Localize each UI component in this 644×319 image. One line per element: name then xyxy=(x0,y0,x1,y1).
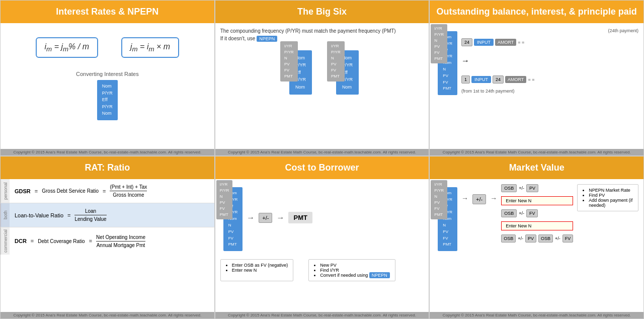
mv-plus-minus[interactable]: +/- xyxy=(472,194,486,204)
mv-bullet-2: Find PV xyxy=(589,193,633,198)
btn-24-top[interactable]: 24 xyxy=(461,38,472,46)
dcr-row: DCR = Debt Coverage Ratio = Net Operatin… xyxy=(10,227,214,255)
panel4-copyright: Copyright © 2015 Ana's Real Estate Math … xyxy=(1,312,214,318)
panel3-title: Outstanding balance, interest, & princip… xyxy=(437,7,637,17)
panel-market: Market Value I/YRP/YRNPVFVPMT NomP/YREff… xyxy=(429,156,644,319)
panel5-copyright: Copyright © 2015 Ana's Real Estate Math … xyxy=(215,312,429,318)
mv-gray-calc: I/YRP/YRNPVFVPMT xyxy=(431,180,447,219)
ltv-fraction: Loan Lending Value xyxy=(74,208,106,222)
pmt-box: PMT xyxy=(288,212,312,223)
mv-arrow: → xyxy=(461,194,468,202)
btn-osb-1[interactable]: OSB xyxy=(501,184,517,192)
panel2-body: The compounding frequency (P/YR) must ma… xyxy=(215,23,429,149)
panel1-header: Interest Rates & NPEPN xyxy=(1,1,214,23)
cost-bullets-2: New PV Find I/YR Convert if needed using… xyxy=(308,259,395,281)
plus-minus-btn[interactable]: +/- xyxy=(259,213,272,223)
btn-fv-2[interactable]: FV xyxy=(562,234,574,243)
btn-pv-1[interactable]: PV xyxy=(526,184,538,192)
panel5-title: Cost to Borrower xyxy=(285,163,359,173)
panel4-header: RAT: Ratio xyxy=(1,156,214,179)
mv-calc-stack: I/YRP/YRNPVFVPMT NomP/YREffP/YRNomNPVFVP… xyxy=(435,184,457,251)
bullet-n: Enter new N xyxy=(232,268,288,273)
panel3-body: I/YRP/YRNPVFVPMT NomP/YREffP/YRNomNPVFVP… xyxy=(430,23,643,149)
panel-big-six: The Big Six The compounding frequency (P… xyxy=(215,0,430,156)
panel1-title: Interest Rates & NPEPN xyxy=(56,7,158,17)
both-label: both xyxy=(1,203,10,227)
converting-label: Converting Interest Rates xyxy=(6,71,209,77)
ltv-row: Loan-to-Value Ratio = Loan Lending Value xyxy=(10,203,214,227)
mv-right-boxes: OSB +/- PV Enter New N OSB +/- FV Enter … xyxy=(501,184,573,243)
panel5-body: I/YRP/YRNPVFVPMT NomP/YREffP/YRNomNPVFVP… xyxy=(215,179,429,312)
dcr-label: DCR xyxy=(15,238,27,244)
panel-rat: RAT: Ratio personal GDSR = Gross Debt Se… xyxy=(0,156,215,319)
ob-arrow: → xyxy=(461,56,469,65)
rat-both-section: both Loan-to-Value Ratio = Loan Lending … xyxy=(1,203,214,227)
dcr-name-fraction: Debt Coverage Ratio xyxy=(38,238,85,244)
btn-osb-3[interactable]: OSB xyxy=(501,234,516,243)
enter-new-n-2: Enter New N xyxy=(501,221,573,230)
ob-bottom-row: 1 INPUT 24 AMORT = = xyxy=(461,75,534,84)
btn-1-bottom[interactable]: 1 xyxy=(461,75,470,84)
panel2-note2: If it doesn't, use NPEPN xyxy=(220,36,424,41)
cost-gray-calc: I/YRP/YRNPVFVPMT xyxy=(216,180,233,219)
panel4-body: personal GDSR = Gross Debt Service Ratio… xyxy=(1,179,214,312)
calc-wrapper-2: I/YRP/YRNPVFVPMT NomP/YREffP/YRNom xyxy=(332,46,359,95)
btn-24-bottom[interactable]: 24 xyxy=(493,75,504,84)
ltv-label: Loan-to-Value Ratio xyxy=(15,212,63,218)
equals-top: = = xyxy=(518,40,524,45)
enter-new-n-1: Enter New N xyxy=(501,196,573,205)
formula1: im = jm% / m xyxy=(45,42,89,53)
main-grid: Interest Rates & NPEPN im = jm% / m jm =… xyxy=(0,0,644,319)
mv-arrow2: → xyxy=(490,194,497,202)
bullet-osb: Enter OSB as FV (negative) xyxy=(232,263,288,268)
payment-bottom-label: (from 1st to 24th payment) xyxy=(461,89,515,94)
npepn-tag-1: NPEPN xyxy=(257,36,277,42)
cost-bullets-1: Enter OSB as FV (negative) Enter new N xyxy=(220,259,294,281)
cost-arrow2: → xyxy=(276,213,284,222)
formulas-row: im = jm% / m jm = im × m xyxy=(6,33,209,62)
btn-osb-4[interactable]: OSB xyxy=(538,234,553,243)
btn-osb-2[interactable]: OSB xyxy=(501,209,517,217)
calc-blue-box: NomP/YREffP/YRNom xyxy=(97,80,118,120)
btn-input-top[interactable]: INPUT xyxy=(474,39,494,46)
btn-fv-1[interactable]: FV xyxy=(526,209,538,217)
gdsr-name-fraction: Gross Debt Service Ratio xyxy=(42,188,99,194)
dcr-eq2: = xyxy=(89,238,92,244)
panel2-copyright: Copyright © 2015 Ana's Real Estate Math … xyxy=(215,149,429,155)
panel1-copyright: Copyright © 2015 Ana's Real Estate Math … xyxy=(1,149,214,155)
gdsr-fraction: (Pmt + Int) + Tax Gross Income xyxy=(110,184,147,198)
gdsr-eq2: = xyxy=(103,188,106,194)
mv-pm-4: +/- xyxy=(555,236,560,241)
commercial-label: commercial xyxy=(1,227,10,255)
panel6-title: Market Value xyxy=(509,163,565,173)
cost-diagram: I/YRP/YRNPVFVPMT NomP/YREffP/YRNomNPVFVP… xyxy=(220,184,424,251)
gdsr-eq1: = xyxy=(35,188,38,194)
formula2: jm = im × m xyxy=(130,42,170,53)
gdsr-row: GDSR = Gross Debt Service Ratio = (Pmt +… xyxy=(10,179,214,203)
btn-amort-bottom[interactable]: AMORT xyxy=(505,76,526,83)
gdsr-label: GDSR xyxy=(15,188,31,194)
mv-bullet-3: Add down payment (if needed) xyxy=(589,198,633,208)
formula-box-2: jm = im × m xyxy=(121,37,179,58)
dcr-fraction: Net Operating Income Annual Mortgage Pmt xyxy=(96,234,145,248)
panel2-note1: The compounding frequency (P/YR) must ma… xyxy=(220,28,424,34)
calc-wrapper-1: I/YRP/YRNPVFVPMT NomP/YREffP/YRNom xyxy=(285,46,312,95)
mv-pm-3: +/- xyxy=(518,236,523,241)
mv-osb-fv-row: OSB +/- FV xyxy=(501,209,573,217)
formula-box-1: im = jm% / m xyxy=(36,37,98,58)
big-six-diagram: I/YRP/YRNPVFVPMT NomP/YREffP/YRNom I/YRP… xyxy=(220,46,424,95)
panel-interest-rates: Interest Rates & NPEPN im = jm% / m jm =… xyxy=(0,0,215,156)
btn-amort-top[interactable]: AMORT xyxy=(495,39,516,46)
calc-gray-1: I/YRP/YRNPVFVPMT xyxy=(280,41,298,82)
cost-arrow: → xyxy=(247,213,255,222)
equals-bottom: = = xyxy=(528,77,534,82)
btn-pv-2[interactable]: PV xyxy=(525,234,536,243)
panel3-header: Outstanding balance, interest, & princip… xyxy=(430,1,643,23)
btn-input-bottom[interactable]: INPUT xyxy=(471,76,491,83)
ob-gray-calc: I/YRP/YRNPVFVPMT xyxy=(431,24,447,63)
mv-pm-1: +/- xyxy=(519,186,524,191)
panel2-header: The Big Six xyxy=(215,1,429,23)
ob-calc-left: I/YRP/YRNPVFVPMT NomP/YREffP/YRNomNPVFVP… xyxy=(435,28,457,95)
rat-commercial-section: commercial DCR = Debt Coverage Ratio = N… xyxy=(1,227,214,255)
panel-outstanding: Outstanding balance, interest, & princip… xyxy=(429,0,644,156)
